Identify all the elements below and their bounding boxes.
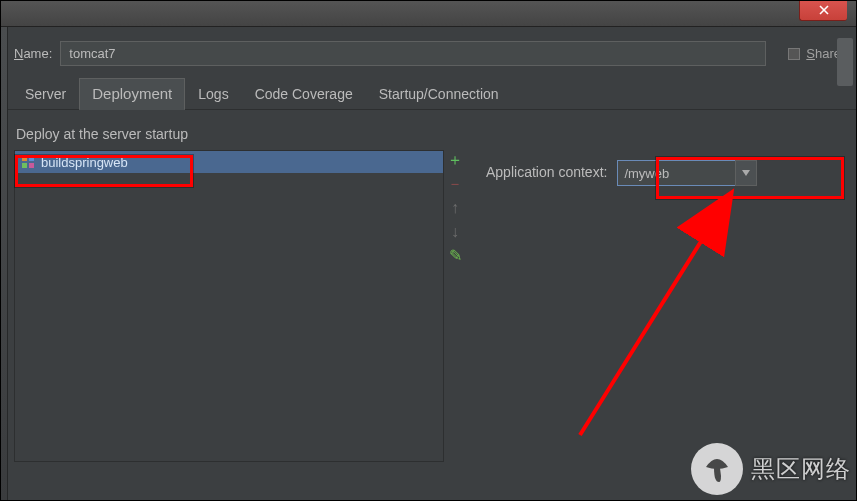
deploy-list-wrap: buildspringweb ＋ － ↑ ↓ ✎ <box>14 150 466 462</box>
tab-logs[interactable]: Logs <box>185 79 241 109</box>
checkbox-icon <box>788 48 800 60</box>
artifact-icon <box>21 155 35 169</box>
remove-button[interactable]: － <box>447 176 463 192</box>
deploy-list-buttons: ＋ － ↑ ↓ ✎ <box>444 150 466 462</box>
mushroom-icon <box>702 454 732 484</box>
name-row: Name: Share <box>0 27 857 76</box>
deploy-right-column: Application context: <box>466 120 843 491</box>
tab-deployment[interactable]: Deployment <box>79 78 185 110</box>
close-button[interactable] <box>799 0 847 21</box>
application-context-dropdown[interactable] <box>735 160 757 186</box>
tab-code-coverage[interactable]: Code Coverage <box>242 79 366 109</box>
deploy-section-title: Deploy at the server startup <box>16 126 466 142</box>
titlebar <box>0 0 857 27</box>
window-left-frame <box>0 27 8 501</box>
chevron-down-icon <box>742 170 750 176</box>
move-up-button: ↑ <box>447 200 463 216</box>
list-item-label: buildspringweb <box>41 155 128 170</box>
svg-rect-5 <box>29 163 34 168</box>
application-context-combo[interactable] <box>617 160 757 186</box>
watermark: 黑区网络 <box>691 443 851 495</box>
edit-button[interactable]: ✎ <box>447 248 463 264</box>
svg-rect-3 <box>29 156 34 161</box>
scrollbar-thumb[interactable] <box>837 38 853 86</box>
share-checkbox[interactable]: Share <box>788 46 841 61</box>
deploy-list[interactable]: buildspringweb <box>14 150 444 462</box>
move-down-button: ↓ <box>447 224 463 240</box>
svg-marker-6 <box>742 170 750 176</box>
list-item[interactable]: buildspringweb <box>15 151 443 173</box>
deployment-panel: Deploy at the server startup buildspring… <box>0 110 857 491</box>
tabs: Server Deployment Logs Code Coverage Sta… <box>0 78 857 110</box>
svg-rect-2 <box>22 156 27 161</box>
application-context-input[interactable] <box>617 160 735 186</box>
name-input[interactable] <box>60 41 766 66</box>
add-button[interactable]: ＋ <box>447 152 463 168</box>
tab-server[interactable]: Server <box>12 79 79 109</box>
svg-rect-4 <box>22 163 27 168</box>
deploy-left-column: Deploy at the server startup buildspring… <box>14 120 466 491</box>
watermark-text: 黑区网络 <box>751 453 851 485</box>
close-icon <box>818 5 830 15</box>
application-context-label: Application context: <box>486 164 607 180</box>
watermark-logo <box>691 443 743 495</box>
tab-startup-connection[interactable]: Startup/Connection <box>366 79 512 109</box>
name-label: Name: <box>14 46 52 61</box>
